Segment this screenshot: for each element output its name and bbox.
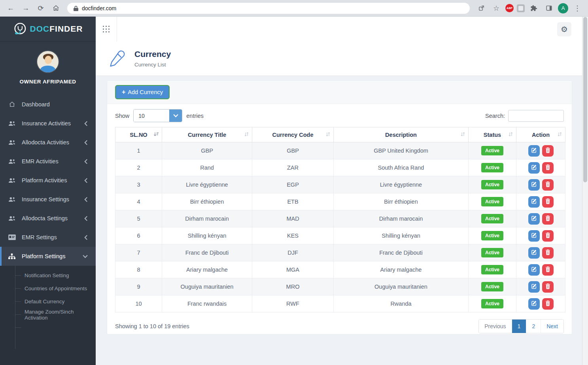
sidebar-item-allodocta-settings[interactable]: Allodocta Settings (0, 209, 96, 228)
delete-button[interactable] (542, 196, 554, 208)
sidebar-item-label: EMR Settings (22, 234, 57, 240)
trash-icon (545, 165, 550, 171)
edit-pencil-icon (531, 215, 537, 222)
edit-button[interactable] (528, 196, 540, 208)
pagination-1[interactable]: 1 (512, 320, 526, 333)
edit-button[interactable] (528, 145, 540, 157)
submenu-item-label: Countries of Appointments (25, 286, 87, 291)
content-area: + Add Currency Show 10 entries Search: (96, 76, 588, 365)
sidebar-item-platform-settings[interactable]: Platform Settings (0, 247, 96, 266)
edit-button[interactable] (528, 162, 540, 174)
browser-profile-avatar[interactable]: A (558, 3, 568, 13)
sidebar-item-insurance-activities[interactable]: Insurance Activities (0, 114, 96, 133)
cell-code: DJF (252, 244, 334, 261)
app-logo[interactable]: DOCFINDER (0, 17, 96, 42)
delete-button[interactable] (542, 162, 554, 174)
apps-grid-icon[interactable] (96, 17, 117, 42)
share-icon[interactable] (475, 2, 487, 14)
sidebar-item-platform-activities[interactable]: Platform Activities (0, 171, 96, 190)
cell-slno: 2 (115, 159, 162, 176)
submenu-item-notification-setting[interactable]: Notification Setting (0, 269, 96, 282)
delete-button[interactable] (542, 264, 554, 276)
edit-button[interactable] (528, 179, 540, 191)
pagination: Previous12Next (478, 319, 564, 333)
column-header-description[interactable]: Description (334, 127, 469, 142)
sidebar-item-emr-activities[interactable]: EMR Activities (0, 152, 96, 171)
edit-button[interactable] (528, 230, 540, 242)
column-header-status[interactable]: Status (469, 127, 516, 142)
cell-title: Dirham marocain (162, 210, 252, 227)
add-currency-button[interactable]: + Add Currency (115, 85, 170, 99)
submenu-item-countries-of-appointments[interactable]: Countries of Appointments (0, 282, 96, 295)
browser-menu-icon[interactable]: ⋮ (571, 2, 583, 14)
sidebar-item-emr-settings[interactable]: EMR Settings (0, 228, 96, 247)
delete-button[interactable] (542, 298, 554, 310)
sidebar-item-dashboard[interactable]: Dashboard (0, 95, 96, 114)
edit-button[interactable] (528, 281, 540, 293)
cell-code: RWF (252, 295, 334, 312)
pagination-previous[interactable]: Previous (479, 320, 511, 333)
delete-button[interactable] (542, 247, 554, 259)
edit-button[interactable] (528, 264, 540, 276)
sidebar-item-allodocta-activities[interactable]: Allodocta Activities (0, 133, 96, 152)
home-icon[interactable] (50, 2, 62, 14)
delete-button[interactable] (542, 213, 554, 225)
status-badge: Active (481, 299, 503, 308)
sidebar-item-insurance-settings[interactable]: Insurance Settings (0, 190, 96, 209)
cell-title: Livre égyptienne (162, 176, 252, 193)
column-header-code[interactable]: Currency Code (252, 127, 334, 142)
status-badge: Active (481, 282, 503, 291)
edit-button[interactable] (528, 213, 540, 225)
search-input[interactable] (508, 110, 564, 122)
delete-button[interactable] (542, 230, 554, 242)
pagination-2[interactable]: 2 (526, 320, 541, 333)
status-badge: Active (481, 231, 503, 240)
column-header-action[interactable]: Action (516, 127, 565, 142)
forward-icon[interactable]: → (20, 2, 32, 14)
entries-label: entries (186, 113, 204, 119)
pagination-next[interactable]: Next (541, 320, 563, 333)
page-scrollbar[interactable] (582, 17, 588, 365)
cell-title: Franc rwandais (162, 295, 252, 312)
trash-icon (545, 233, 550, 239)
scrollbar-thumb[interactable] (583, 17, 587, 182)
table-row: 1GBPGBPGBP United KingdomActive (115, 142, 565, 159)
delete-button[interactable] (542, 179, 554, 191)
extensions-puzzle-icon[interactable] (528, 2, 540, 14)
table-row: 6Shilling kényanKESShilling kényanActive (115, 227, 565, 244)
card-toolbar: + Add Currency (107, 81, 572, 104)
column-header-title[interactable]: Currency Title (162, 127, 252, 142)
cell-title: Ouguiya mauritanien (162, 278, 252, 295)
table-row: 7Franc de DjiboutiDJFFranc de DjiboutiAc… (115, 244, 565, 261)
delete-button[interactable] (542, 281, 554, 293)
cell-description: Ouguiya mauritanien (334, 278, 469, 295)
column-header-slno[interactable]: SL.NO (115, 127, 162, 142)
back-icon[interactable]: ← (5, 2, 17, 14)
submenu-item-label: Manage Zoom/Sinch Activation (25, 309, 96, 321)
submenu-item-default-currency[interactable]: Default Currency (0, 295, 96, 308)
cell-slno: 10 (115, 295, 162, 312)
adblock-extension-icon[interactable]: ABP (505, 4, 514, 12)
reload-icon[interactable]: ⟳ (35, 2, 47, 14)
page-size-select[interactable]: 10 (133, 109, 182, 122)
submenu-item-manage-zoom-sinch-activation[interactable]: Manage Zoom/Sinch Activation (0, 308, 96, 321)
side-panel-icon[interactable] (543, 2, 555, 14)
chevron-down-icon (83, 255, 88, 258)
table-body: 1GBPGBPGBP United KingdomActive2RandZARS… (115, 142, 565, 312)
sort-both-icon (557, 132, 562, 138)
cell-slno: 7 (115, 244, 162, 261)
delete-button[interactable] (542, 145, 554, 157)
cell-description: Dirham marocain (334, 210, 469, 227)
edit-pencil-icon (531, 164, 537, 171)
edit-button[interactable] (528, 247, 540, 259)
trash-icon (545, 284, 550, 290)
users-icon (7, 197, 17, 202)
sidebar-item-label: Insurance Activities (22, 120, 71, 127)
bookmark-star-icon[interactable]: ☆ (490, 2, 502, 14)
chevron-left-icon (84, 178, 88, 183)
edit-button[interactable] (528, 298, 540, 310)
settings-gear-icon[interactable]: ⚙ (557, 22, 571, 36)
cell-slno: 9 (115, 278, 162, 295)
extension-icon[interactable] (517, 4, 525, 12)
address-bar[interactable]: docfinder.com (67, 3, 470, 14)
